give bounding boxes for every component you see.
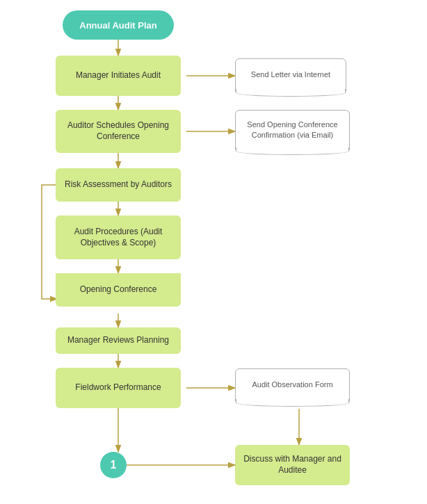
- send-opening-node: Send Opening Conference Confirmation (vi…: [235, 110, 350, 150]
- fieldwork-performance-node: Fieldwork Performance: [56, 368, 181, 408]
- diagram: Annual Audit Plan Manager Initiates Audi…: [0, 0, 427, 504]
- send-letter-node: Send Letter via Internet: [235, 58, 346, 92]
- annual-audit-plan-node: Annual Audit Plan: [63, 10, 174, 40]
- opening-conference-node: Opening Conference: [56, 273, 181, 307]
- audit-procedures-node: Audit Procedures (Audit Objectives & Sco…: [56, 216, 181, 259]
- audit-observation-form-node: Audit Observation Form: [235, 368, 350, 402]
- discuss-manager-node: Discuss with Manager and Auditee: [235, 445, 350, 485]
- auditor-schedules-node: Auditor Schedules Opening Conference: [56, 110, 181, 153]
- risk-assessment-node: Risk Assessment by Auditors: [56, 168, 181, 202]
- manager-initiates-node: Manager Initiates Audit: [56, 56, 181, 96]
- connector-1-node: 1: [100, 452, 127, 478]
- manager-reviews-node: Manager Reviews Planning: [56, 327, 181, 354]
